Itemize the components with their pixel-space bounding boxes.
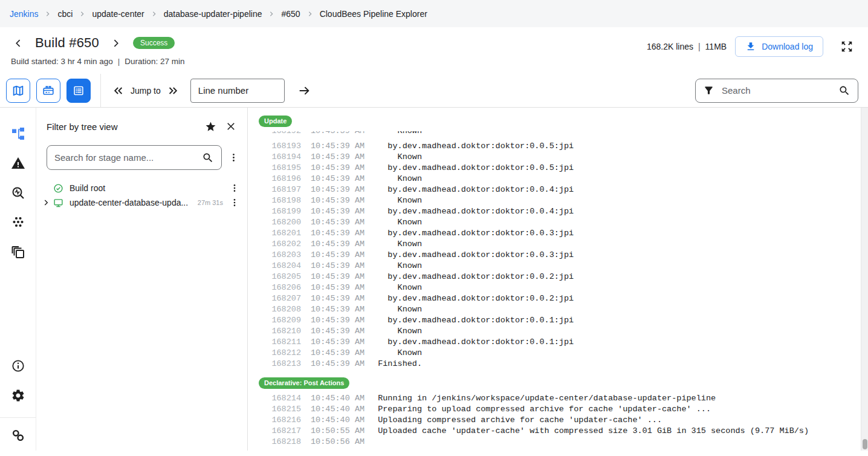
stage-view-button[interactable] — [36, 79, 60, 103]
log-scrollbar[interactable] — [861, 108, 868, 451]
log-timestamp: 10:45:39 AM — [311, 184, 364, 195]
map-view-button[interactable] — [6, 79, 30, 103]
breadcrumb-update-center[interactable]: update-center — [92, 9, 144, 19]
log-row: 16821310:45:39 AMFinished. — [259, 359, 860, 370]
double-chevron-right-icon — [167, 85, 179, 97]
node-menu-button[interactable] — [229, 181, 240, 195]
line-number-link[interactable]: 168192 — [259, 131, 301, 137]
log-row: 16821410:45:40 AMRunning in /jenkins/wor… — [259, 393, 860, 404]
line-number-link[interactable]: 168209 — [259, 315, 301, 326]
line-number-link[interactable]: 168214 — [259, 393, 301, 404]
line-number-link[interactable]: 168196 — [259, 174, 301, 184]
jump-previous-button[interactable] — [111, 83, 126, 99]
line-number-link[interactable]: 168207 — [259, 293, 301, 304]
line-number-link[interactable]: 168211 — [259, 337, 301, 348]
next-build-button[interactable] — [108, 34, 125, 51]
issues-tool-button[interactable] — [10, 155, 26, 171]
filter-icon — [703, 85, 714, 96]
log-timestamp: 10:45:39 AM — [311, 163, 364, 174]
kebab-menu-icon — [230, 183, 239, 193]
expand-chevron-icon[interactable] — [42, 198, 50, 207]
log-search-input[interactable] — [722, 85, 831, 96]
line-number-link[interactable]: 168208 — [259, 304, 301, 315]
map-icon — [11, 84, 25, 97]
line-number-link[interactable]: 168201 — [259, 228, 301, 239]
tree-row-build-root[interactable]: Build root — [36, 181, 247, 195]
log-row: 16821710:50:55 AMUploaded cache 'updater… — [259, 426, 860, 437]
log-viewer: Update16819210:45:39 AM Known16819310:45… — [248, 108, 868, 451]
line-number-link[interactable]: 168199 — [259, 206, 301, 217]
line-number-link[interactable]: 168218 — [259, 437, 301, 448]
cloudbees-logo-button[interactable] — [10, 428, 26, 443]
breadcrumb-jenkins[interactable]: Jenkins — [10, 9, 38, 19]
log-timestamp: 10:45:39 AM — [311, 326, 364, 337]
log-row: 16819710:45:39 AM by.dev.madhead.doktor:… — [259, 184, 860, 195]
line-number-link[interactable]: 168213 — [259, 359, 301, 370]
line-number-link[interactable]: 168198 — [259, 195, 301, 206]
log-message: Known — [378, 152, 422, 163]
log-message: by.dev.madhead.doktor:doktor:0.0.3:jpi — [378, 250, 574, 261]
rail-divider — [0, 417, 36, 418]
line-number-link[interactable]: 168205 — [259, 272, 301, 282]
line-number-link[interactable]: 168202 — [259, 239, 301, 250]
line-number-input[interactable] — [190, 79, 285, 103]
line-number-link[interactable]: 168200 — [259, 217, 301, 228]
log-message: Known — [378, 261, 422, 272]
line-number-link[interactable]: 168206 — [259, 282, 301, 293]
node-menu-button[interactable] — [229, 195, 240, 210]
log-row: 16820310:45:39 AM by.dev.madhead.doktor:… — [259, 250, 860, 261]
breadcrumb-cbci[interactable]: cbci — [57, 9, 73, 19]
download-log-button[interactable]: Download log — [735, 36, 823, 57]
line-number-link[interactable]: 168212 — [259, 348, 301, 359]
scrollbar-thumb[interactable] — [863, 439, 867, 449]
log-view-button[interactable] — [66, 79, 91, 103]
clipped-log-row: 16819210:45:39 AM Known — [259, 131, 860, 137]
log-message: by.dev.madhead.doktor:doktor:0.0.4:jpi — [378, 184, 574, 195]
log-row: 16820810:45:39 AM Known — [259, 304, 860, 315]
log-row: 16821510:45:40 AMPreparing to upload com… — [259, 404, 860, 415]
line-number-link[interactable]: 168195 — [259, 163, 301, 174]
tree-view-tool-button[interactable] — [10, 126, 26, 142]
line-number-link[interactable]: 168194 — [259, 152, 301, 163]
line-number-link[interactable]: 168215 — [259, 404, 301, 415]
log-message: Known — [378, 195, 422, 206]
settings-button[interactable] — [10, 388, 26, 403]
go-to-line-button[interactable] — [296, 82, 313, 99]
close-panel-button[interactable] — [224, 120, 238, 133]
info-button[interactable] — [10, 358, 26, 374]
fullscreen-button[interactable] — [839, 39, 855, 54]
stage-badge-row: Declarative: Post Actions — [259, 377, 860, 389]
search-icon[interactable] — [202, 152, 214, 164]
copy-stack-icon — [11, 245, 25, 259]
stage-search-input[interactable] — [54, 152, 196, 163]
stage-badge: Update — [259, 116, 292, 127]
tree-row-update-center-stage[interactable]: update-center-database-upda... 27m 31s — [36, 195, 247, 210]
breadcrumb-build-number[interactable]: #650 — [281, 9, 300, 19]
search-options-menu-button[interactable] — [227, 151, 240, 165]
search-insights-tool-button[interactable] — [10, 185, 26, 201]
chevron-right-icon — [307, 11, 313, 17]
breadcrumb-pipeline[interactable]: database-updater-pipeline — [164, 9, 262, 19]
line-number-link[interactable]: 168204 — [259, 261, 301, 272]
cloudbees-logo-icon — [11, 428, 25, 443]
log-row: 16820410:45:39 AM Known — [259, 261, 860, 272]
line-number-link[interactable]: 168203 — [259, 250, 301, 261]
copy-tool-button[interactable] — [10, 244, 26, 260]
close-icon — [225, 121, 236, 132]
line-number-link[interactable]: 168193 — [259, 141, 301, 152]
line-number-link[interactable]: 168217 — [259, 426, 301, 437]
build-duration-text: Duration: 27 min — [125, 57, 184, 66]
double-chevron-left-icon — [112, 85, 125, 97]
line-number-link[interactable]: 168216 — [259, 415, 301, 426]
line-number-link[interactable]: 168210 — [259, 326, 301, 337]
jump-next-button[interactable] — [165, 83, 181, 99]
build-particles-tool-button[interactable] — [10, 215, 26, 230]
log-row: 16819810:45:39 AM Known — [259, 195, 860, 206]
previous-build-button[interactable] — [10, 34, 27, 51]
build-meta: Build started: 3 hr 4 min ago|Duration: … — [10, 57, 184, 66]
favorite-button[interactable] — [204, 120, 217, 133]
stage-search-box — [47, 145, 222, 170]
search-icon[interactable] — [838, 85, 850, 97]
line-number-link[interactable]: 168197 — [259, 184, 301, 195]
jump-to-label: Jump to — [131, 86, 161, 96]
